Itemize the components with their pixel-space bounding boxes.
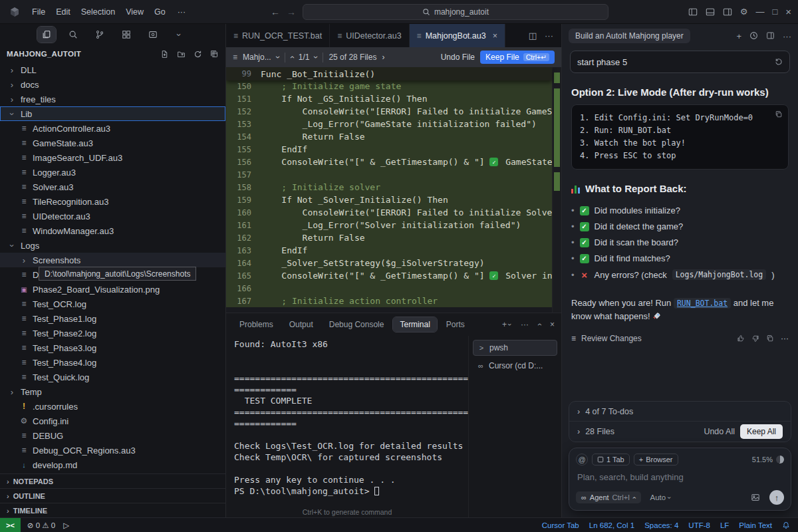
attach-image-icon[interactable] <box>751 493 760 502</box>
tree-item[interactable]: Lib <box>0 106 225 121</box>
tree-item[interactable]: Test_OCR.log <box>0 297 225 311</box>
undo-all-button[interactable]: Undo All <box>704 427 735 436</box>
editor-tab[interactable]: ≡ UIDetector.au3 <box>330 24 409 47</box>
new-file-icon[interactable] <box>160 50 169 59</box>
new-chat-icon[interactable]: + <box>736 31 741 41</box>
source-control-icon[interactable] <box>90 27 109 43</box>
explorer-section-header[interactable]: MAHJONG_AUTOIT <box>0 45 225 63</box>
chat-tab[interactable]: Build an AutoIt Mahjong player <box>569 29 690 43</box>
split-editor-icon[interactable]: ◫ <box>529 31 537 41</box>
tree-item[interactable]: Debug_OCR_Regions.au3 <box>0 443 225 458</box>
settings-gear-icon[interactable]: ⚙ <box>740 7 748 17</box>
problems-indicator[interactable]: ⊘ 0 ⚠ 0 <box>27 521 55 530</box>
extensions-view-icon[interactable] <box>117 27 136 43</box>
sticky-scroll-line[interactable]: 99 Func _Bot_Initialize() <box>226 67 552 80</box>
command-center-search[interactable]: mahjong_autoit <box>303 4 608 20</box>
browser-chip[interactable]: +Browser <box>634 454 678 466</box>
editor-tab[interactable]: ≡ RUN_OCR_TEST.bat <box>226 24 330 47</box>
tree-item[interactable]: Test_Phase2.log <box>0 326 225 340</box>
tree-item[interactable]: ImageSearch_UDF.au3 <box>0 150 225 165</box>
diff-file-dropdown[interactable]: Mahjo... <box>243 53 271 62</box>
tree-item[interactable]: Phase2_Board_Visualization.png <box>0 282 225 297</box>
sidebar-section-header[interactable]: › TIMELINE <box>0 503 225 517</box>
statusbar-item[interactable]: Spaces: 4 <box>644 521 678 529</box>
menu-item[interactable]: Selection <box>76 5 120 19</box>
tree-item[interactable]: Test_Quick.log <box>0 370 225 384</box>
chat-more-icon[interactable]: ··· <box>783 31 791 41</box>
tree-item[interactable]: Test_Phase1.log <box>0 311 225 326</box>
tree-item[interactable]: TileRecognition.au3 <box>0 194 225 209</box>
customize-layout-icon[interactable] <box>723 7 732 17</box>
sidebar-section-header[interactable]: › NOTEPADS <box>0 473 225 488</box>
forward-arrow-icon[interactable]: → <box>287 7 296 17</box>
copy-icon[interactable] <box>775 110 783 118</box>
restore-checkpoint-icon[interactable] <box>775 58 783 66</box>
chat-history-icon[interactable] <box>749 31 758 41</box>
tree-item[interactable]: Logger.au3 <box>0 165 225 180</box>
menu-item[interactable]: File <box>27 5 51 19</box>
tree-item[interactable]: .cursorrules <box>0 399 225 414</box>
send-button[interactable]: ↑ <box>769 490 784 505</box>
search-view-icon[interactable] <box>64 27 82 43</box>
new-terminal-icon[interactable]: + › <box>502 320 511 329</box>
composer-input[interactable]: Plan, search, build anything <box>576 466 784 490</box>
sidebar-section-header[interactable]: › OUTLINE <box>0 488 225 503</box>
thumbs-up-icon[interactable] <box>737 334 745 342</box>
todos-row[interactable]: › 4 of 7 To-dos <box>569 402 791 422</box>
explorer-view-icon[interactable] <box>37 27 56 43</box>
tree-item[interactable]: DLL <box>0 63 225 77</box>
agent-mode-selector[interactable]: ∞ Agent Ctrl+I › <box>576 491 641 503</box>
model-selector[interactable]: Auto › <box>650 493 671 501</box>
remote-indicator[interactable]: >< <box>0 518 21 532</box>
copy-icon[interactable] <box>766 334 774 342</box>
more-actions-icon[interactable]: ··· <box>521 320 529 329</box>
usage-indicator[interactable]: 51.5% <box>752 456 784 464</box>
tree-item[interactable]: Logs <box>0 238 225 253</box>
tree-item[interactable]: Config.ini <box>0 414 225 428</box>
tree-item[interactable]: GameState.au3 <box>0 136 225 150</box>
window-minimize-button[interactable]: — <box>755 7 764 17</box>
toggle-sidebar-icon[interactable] <box>688 7 698 17</box>
menu-item[interactable]: Go <box>149 5 171 19</box>
tree-item[interactable]: Solver.au3 <box>0 180 225 194</box>
terminal-session-item[interactable]: Cursor (cd D:... <box>473 358 557 374</box>
panel-tab[interactable]: Output <box>283 317 320 332</box>
menu-more-button[interactable]: ··· <box>172 5 192 19</box>
remote-explorer-icon[interactable] <box>144 27 162 43</box>
back-arrow-icon[interactable]: ← <box>271 7 280 17</box>
next-file-icon[interactable]: › <box>382 53 384 62</box>
chat-layout-icon[interactable] <box>766 31 775 41</box>
new-folder-icon[interactable] <box>177 50 186 59</box>
statusbar-item[interactable]: Ln 682, Col 1 <box>589 521 634 529</box>
menu-item[interactable]: View <box>120 5 149 19</box>
toggle-panel-icon[interactable] <box>706 7 715 17</box>
tree-item[interactable]: WindowManager.au3 <box>0 223 225 238</box>
more-views-chevron-icon[interactable]: › <box>170 27 189 43</box>
tree-item[interactable]: Temp <box>0 384 225 399</box>
debug-run-icon[interactable]: ▷ <box>63 521 69 530</box>
tree-item[interactable]: Screenshots <box>0 253 225 267</box>
tree-item[interactable]: docs <box>0 77 225 92</box>
terminal-output[interactable]: Found: AutoIt3 x86======================… <box>226 336 468 517</box>
context-tab-chip[interactable]: 1 Tab <box>592 454 630 466</box>
tree-item[interactable]: Test_Phase3.log <box>0 340 225 355</box>
chevron-down-icon[interactable]: › <box>273 56 283 59</box>
thumbs-down-icon[interactable] <box>751 334 759 342</box>
editor-tab[interactable]: ≡ MahjongBot.au3 × <box>410 24 505 47</box>
close-panel-icon[interactable]: × <box>550 320 555 329</box>
tree-item[interactable]: ActionController.au3 <box>0 121 225 136</box>
review-changes-label[interactable]: Review Changes <box>581 334 642 343</box>
panel-tab[interactable]: Ports <box>440 317 471 332</box>
minimap[interactable] <box>552 67 561 313</box>
statusbar-item[interactable]: UTF-8 <box>688 521 710 529</box>
next-change-icon[interactable]: › <box>311 56 321 59</box>
keep-all-button[interactable]: Keep All <box>740 424 783 439</box>
chat-composer[interactable]: @ 1 Tab +Browser 51.5% Plan, search, bui… <box>569 448 791 511</box>
undo-file-button[interactable]: Undo File <box>441 53 475 62</box>
collapse-all-icon[interactable] <box>210 50 219 59</box>
refresh-icon[interactable] <box>194 50 202 59</box>
terminal-session-item[interactable]: pwsh <box>473 340 557 356</box>
statusbar-item[interactable]: LF <box>720 521 729 529</box>
mention-button[interactable]: @ <box>576 454 588 466</box>
maximize-panel-icon[interactable]: › <box>535 323 544 326</box>
